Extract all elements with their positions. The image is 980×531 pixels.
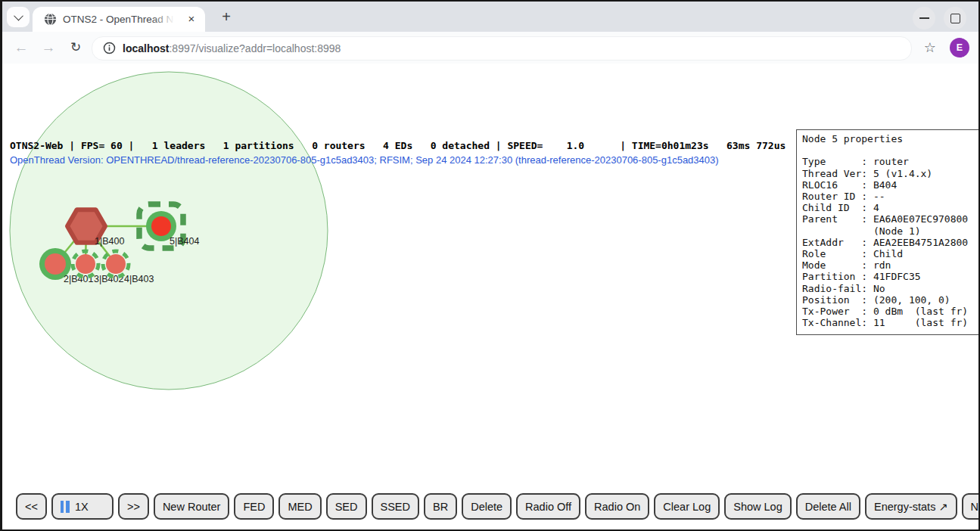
delete-all-button[interactable]: Delete All bbox=[796, 493, 860, 520]
node-properties-panel: Node 5 properties Type : router Thread V… bbox=[796, 129, 978, 335]
forward-icon[interactable]: → bbox=[39, 32, 58, 64]
br-button-label: BR bbox=[433, 501, 448, 513]
speed-button[interactable]: 1X bbox=[51, 493, 114, 520]
window-maximize-button[interactable] bbox=[944, 7, 966, 30]
radio-off-button[interactable]: Radio Off bbox=[516, 493, 580, 520]
radio-off-button-label: Radio Off bbox=[525, 501, 571, 513]
node-4[interactable] bbox=[106, 254, 126, 274]
fast-forward-button[interactable]: >> bbox=[118, 493, 149, 520]
simulation-status-bar: OTNS2-Web | FPS= 60 | 1 leaders 1 partit… bbox=[10, 140, 786, 151]
delete-button-label: Delete bbox=[471, 501, 502, 513]
rewind-button[interactable]: << bbox=[16, 493, 47, 520]
openthread-version-line: OpenThread Version: OPENTHREAD/thread-re… bbox=[10, 154, 719, 166]
br-button[interactable]: BR bbox=[424, 493, 457, 520]
energy-stats-button[interactable]: Energy-stats ↗ bbox=[865, 493, 957, 520]
rewind-button-label: << bbox=[25, 501, 38, 513]
node-stats-button-label: Node-stats ↗ bbox=[971, 501, 978, 513]
window-minimize-button[interactable] bbox=[913, 7, 935, 30]
clear-log-button-label: Clear Log bbox=[663, 501, 711, 513]
chevron-down-icon bbox=[14, 11, 23, 21]
browser-tab[interactable]: OTNS2 - OpenThread Ne × bbox=[33, 7, 205, 32]
page-info-icon[interactable] bbox=[103, 42, 116, 57]
url-text[interactable]: localhost:8997/visualize?addr=localhost:… bbox=[123, 37, 341, 60]
fast-forward-button-label: >> bbox=[127, 501, 140, 513]
screenshot-frame: OTNS2 - OpenThread Ne × + ← → ↻ bbox=[0, 0, 980, 531]
tab-strip: OTNS2 - OpenThread Ne × + bbox=[2, 2, 978, 32]
close-tab-icon[interactable]: × bbox=[185, 12, 198, 26]
new-router-button[interactable]: New Router bbox=[154, 493, 230, 520]
ssed-button-label: SSED bbox=[381, 501, 411, 513]
node-5[interactable] bbox=[151, 216, 171, 236]
med-button[interactable]: MED bbox=[278, 493, 321, 520]
radio-on-button-label: Radio On bbox=[594, 501, 640, 513]
sed-button-label: SED bbox=[335, 501, 358, 513]
node-2[interactable] bbox=[45, 253, 66, 275]
url-path: :8997/visualize?addr=localhost:8998 bbox=[169, 42, 341, 54]
browser-toolbar: ← → ↻ localhost:8997/visualize?addr=loca… bbox=[2, 32, 978, 64]
speed-button-label: 1X bbox=[75, 501, 89, 513]
bookmark-star-icon[interactable]: ☆ bbox=[924, 32, 936, 64]
new-router-button-label: New Router bbox=[163, 501, 221, 513]
node-3[interactable] bbox=[76, 254, 95, 274]
show-log-button-label: Show Log bbox=[733, 501, 782, 513]
fed-button-label: FED bbox=[243, 501, 265, 513]
node-1-label: 1|B400 bbox=[95, 236, 124, 247]
node-stats-button[interactable]: Node-stats ↗ bbox=[962, 493, 978, 520]
delete-button[interactable]: Delete bbox=[462, 493, 512, 520]
bottom-toolbar: <<1X>>New RouterFEDMEDSEDSSEDBRDeleteRad… bbox=[16, 493, 978, 520]
maximize-icon bbox=[950, 14, 960, 23]
tab-search-button[interactable] bbox=[7, 7, 30, 27]
node-5-label: 5|B404 bbox=[170, 236, 199, 247]
radio-on-button[interactable]: Radio On bbox=[585, 493, 649, 520]
back-icon[interactable]: ← bbox=[11, 32, 31, 64]
profile-avatar[interactable]: E bbox=[950, 38, 969, 57]
globe-favicon-icon bbox=[44, 13, 57, 26]
tab-title-fade bbox=[152, 8, 184, 31]
new-tab-button[interactable]: + bbox=[216, 8, 236, 27]
fed-button[interactable]: FED bbox=[234, 493, 274, 520]
browser-window: OTNS2 - OpenThread Ne × + ← → ↻ bbox=[2, 2, 978, 529]
pause-icon bbox=[61, 501, 70, 513]
show-log-button[interactable]: Show Log bbox=[724, 493, 792, 520]
node-properties-text: Node 5 properties Type : router Thread V… bbox=[802, 133, 973, 328]
url-host: localhost bbox=[123, 42, 169, 54]
med-button-label: MED bbox=[288, 501, 312, 513]
sed-button[interactable]: SED bbox=[326, 493, 367, 520]
ssed-button[interactable]: SSED bbox=[372, 493, 420, 520]
address-bar[interactable]: localhost:8997/visualize?addr=localhost:… bbox=[92, 36, 912, 61]
energy-stats-button-label: Energy-stats ↗ bbox=[874, 501, 948, 513]
reload-icon[interactable]: ↻ bbox=[66, 32, 86, 64]
minimize-icon bbox=[919, 17, 929, 19]
node-4-label: 4|B403 bbox=[124, 274, 154, 284]
page-content: 1|B4002|B4013|B4024|B4035|B404 OTNS2-Web… bbox=[2, 64, 978, 529]
clear-log-button[interactable]: Clear Log bbox=[654, 493, 720, 520]
delete-all-button-label: Delete All bbox=[805, 501, 851, 513]
